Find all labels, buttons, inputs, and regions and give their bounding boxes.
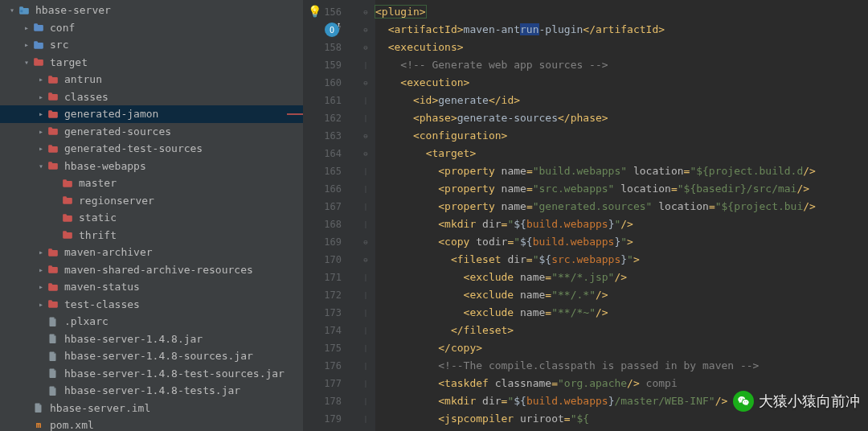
folder-icon [61,212,74,224]
code-line[interactable]: <copy todir="${build.webapps}"> [375,233,868,251]
fold-handle[interactable]: ⊖ [356,251,375,269]
tree-item[interactable]: hbase-server.iml [0,400,303,417]
code-line[interactable]: <target> [375,145,868,162]
code-content[interactable]: <plugin> <artifactId>maven-antrun-plugin… [375,0,868,431]
tree-arrow-icon[interactable]: ▸ [35,92,47,101]
code-line[interactable]: <mkdir dir="${build.webapps}"/> [375,216,868,233]
tree-item[interactable]: ▸generated-jamon [0,105,303,123]
tree-item[interactable]: hbase-server-1.4.8.jar [0,330,303,348]
tree-item-label: static [79,211,117,224]
tree-arrow-icon[interactable]: ▾ [21,58,32,67]
line-number: 169 [303,233,356,251]
code-line[interactable]: <taskdef classname="org.apache/> compi [375,375,868,392]
tree-arrow-icon[interactable]: ▸ [35,282,47,291]
tree-arrow-icon[interactable]: ▸ [35,248,47,257]
code-line[interactable]: <plugin> [375,3,868,21]
fold-handle[interactable]: ⊖ [356,145,375,162]
fold-column[interactable]: ⊖⊖⊖|⊖||⊖⊖||||⊖⊖||||||||| [356,0,375,431]
code-line[interactable]: <execution> [375,74,868,92]
fold-handle[interactable]: | [356,56,375,74]
fold-handle[interactable]: | [356,304,375,322]
tree-item[interactable]: ▾hbase-webapps [0,158,303,175]
tree-item[interactable]: ▾hbase-server [0,2,303,19]
tree-item[interactable]: hbase-server-1.4.8-sources.jar [0,347,303,365]
fold-handle[interactable]: | [356,375,375,392]
tree-item[interactable]: ▸classes [0,88,303,106]
tree-arrow-icon[interactable]: ▾ [35,162,47,170]
fold-handle[interactable]: | [356,216,375,233]
code-line[interactable]: <configuration> [375,127,868,145]
tree-item[interactable]: ▸src [0,36,303,54]
code-line[interactable]: </fileset> [375,322,868,339]
intention-bulb-icon[interactable]: 💡 [308,5,321,18]
tree-item[interactable]: hbase-server-1.4.8-tests.jar [0,382,303,400]
tree-item[interactable]: ▸maven-archiver [0,244,303,261]
tree-arrow-icon[interactable]: ▸ [21,40,32,49]
tree-item[interactable]: ▾target [0,54,303,72]
tree-item[interactable]: ▸conf [0,19,303,37]
fold-handle[interactable]: ⊖ [356,74,375,92]
fold-handle[interactable]: | [356,92,375,109]
tree-arrow-icon[interactable]: ▸ [35,75,47,84]
code-line[interactable]: <property name="generated.sources" locat… [375,198,868,216]
tree-arrow-icon[interactable]: ▾ [6,6,18,14]
fold-handle[interactable]: | [356,162,375,180]
tree-item[interactable]: ▸generated-sources [0,123,303,141]
fold-handle[interactable]: | [356,357,375,375]
fold-handle[interactable]: | [356,322,375,339]
tree-item[interactable]: ▸antrun [0,71,303,88]
fold-handle[interactable]: | [356,269,375,286]
line-number: 164 [303,145,356,162]
tree-item[interactable]: static [0,209,303,227]
code-line[interactable]: <!--The compile.classpath is passed in b… [375,357,868,375]
code-line[interactable]: <exclude name="**/.*"/> [375,286,868,304]
code-line[interactable]: <phase>generate-sources</phase> [375,109,868,127]
fold-handle[interactable]: | [356,109,375,127]
tree-item-label: maven-status [64,281,140,293]
tree-arrow-icon[interactable]: ▸ [35,265,47,274]
code-line[interactable]: <executions> [375,39,868,56]
tree-item[interactable]: thrift [0,227,303,244]
project-tree[interactable]: ▾hbase-server▸conf▸src▾target▸antrun▸cla… [0,0,303,431]
code-line[interactable]: <id>generate</id> [375,92,868,109]
fold-handle[interactable]: | [356,410,375,428]
code-line[interactable]: <exclude name="**/*~"/> [375,304,868,322]
tree-item[interactable]: ▸maven-shared-archive-resources [0,261,303,279]
fold-handle[interactable]: | [356,339,375,357]
tree-item[interactable]: master [0,174,303,192]
tree-item[interactable]: mpom.xml [0,417,303,431]
code-line[interactable]: <jspcompiler uriroot="${ [375,410,868,428]
fold-handle[interactable]: | [356,286,375,304]
fold-handle[interactable]: | [356,180,375,198]
code-line[interactable]: <property name="src.webapps" location="$… [375,180,868,198]
code-line[interactable]: <property name="build.webapps" location=… [375,162,868,180]
code-line[interactable]: <exclude name="**/*.jsp"/> [375,269,868,286]
code-line[interactable]: </copy> [375,339,868,357]
tree-item[interactable]: .plxarc [0,313,303,330]
tree-item-label: test-classes [64,298,140,310]
fold-handle[interactable]: ⊖ [356,3,375,21]
tree-arrow-icon[interactable]: ▸ [35,144,47,153]
tree-arrow-icon[interactable]: ▸ [35,127,47,136]
code-line[interactable]: <fileset dir="${src.webapps}"> [375,251,868,269]
fold-handle[interactable]: ⊖ [356,39,375,56]
tree-arrow-icon[interactable]: ▸ [35,109,47,118]
tree-item[interactable]: hbase-server-1.4.8-test-sources.jar [0,365,303,383]
code-line[interactable]: <!-- Generate web app sources --> [375,56,868,74]
tree-item[interactable]: ▸test-classes [0,296,303,314]
tree-arrow-icon[interactable]: ▸ [35,300,47,309]
code-line[interactable]: <artifactId>maven-antrun-plugin</artifac… [375,21,868,39]
tree-item[interactable]: ▸generated-test-sources [0,140,303,158]
fold-handle[interactable]: ⊖ [356,127,375,145]
code-editor[interactable]: 1561571581591601611621631641651661671681… [303,0,868,431]
folder-icon [47,125,59,137]
tree-item[interactable]: ▸maven-status [0,278,303,296]
override-gutter-icon[interactable]: O↑ [325,23,339,37]
tree-arrow-icon[interactable]: ▸ [21,23,32,32]
fold-handle[interactable]: ⊖ [356,21,375,39]
tree-item-label: classes [64,91,108,103]
fold-handle[interactable]: ⊖ [356,233,375,251]
tree-item[interactable]: regionserver [0,192,303,210]
fold-handle[interactable]: | [356,392,375,410]
fold-handle[interactable]: | [356,198,375,216]
